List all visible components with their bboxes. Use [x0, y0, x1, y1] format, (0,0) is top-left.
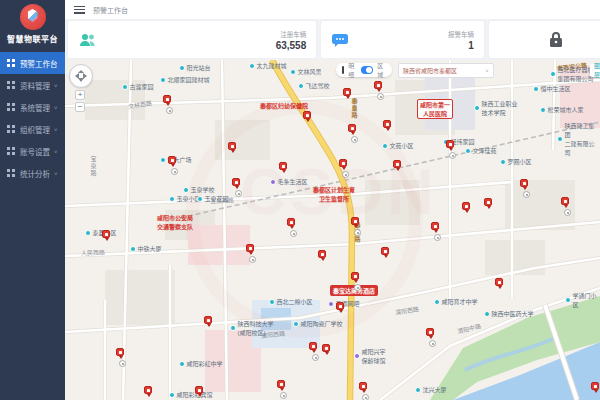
vehicle-icon [561, 197, 569, 205]
location-pin-icon[interactable] [434, 234, 441, 241]
vehicle-marker-19[interactable] [318, 250, 327, 259]
vehicle-marker-33[interactable] [144, 386, 153, 395]
zoom-in-button[interactable]: + [75, 90, 85, 100]
vehicle-marker-9[interactable] [279, 162, 288, 171]
settings-icon [7, 147, 15, 155]
vehicle-icon [246, 244, 254, 252]
pan-compass[interactable] [69, 64, 93, 88]
vehicle-marker-34[interactable] [351, 272, 360, 281]
poi-icon [169, 196, 175, 202]
poi-icon [179, 361, 185, 367]
vehicle-marker-22[interactable] [431, 222, 440, 231]
vehicle-marker-11[interactable] [393, 160, 402, 169]
poi-icon [465, 148, 471, 154]
location-pin-icon[interactable] [354, 284, 361, 291]
vehicle-marker-31[interactable] [591, 382, 600, 391]
location-pin-icon[interactable] [564, 209, 571, 216]
vehicle-marker-30[interactable] [426, 328, 435, 337]
vehicle-marker-23[interactable] [204, 316, 213, 325]
vehicle-marker-21[interactable] [381, 247, 390, 256]
vehicle-marker-14[interactable] [351, 217, 360, 226]
sidebar-item-4[interactable]: 账号设置∨ [0, 140, 65, 162]
poi-icon [179, 65, 185, 71]
vehicle-marker-12[interactable] [232, 178, 241, 187]
location-pin-icon[interactable] [166, 107, 173, 114]
stat-value: 63,558 [276, 40, 307, 51]
vehicle-marker-15[interactable] [462, 202, 471, 211]
sidebar-item-label: 账号设置 [20, 146, 50, 157]
location-pin-icon[interactable] [290, 230, 297, 237]
location-pin-icon[interactable] [312, 354, 319, 361]
vehicle-marker-7[interactable] [228, 142, 237, 151]
vehicle-marker-16[interactable] [520, 179, 529, 188]
location-pin-icon[interactable] [429, 340, 436, 347]
poi-icon [415, 387, 421, 393]
poi-label: 阳光站台 [179, 63, 211, 72]
sidebar-item-3[interactable]: 组织管理∨ [0, 118, 65, 140]
vehicle-marker-2[interactable] [374, 81, 383, 90]
mode-toggle[interactable] [361, 66, 373, 74]
vehicle-marker-18[interactable] [246, 244, 255, 253]
location-pin-icon[interactable] [449, 152, 456, 159]
sidebar-item-0[interactable]: 预警工作台 [0, 52, 65, 74]
users-icon [78, 32, 98, 48]
vehicle-marker-1[interactable] [343, 88, 352, 97]
vehicle-marker-20[interactable] [287, 218, 296, 227]
vehicle-marker-5[interactable] [383, 120, 392, 129]
map-base-layer [65, 60, 600, 400]
sidebar-item-2[interactable]: 系统管理∨ [0, 96, 65, 118]
vehicle-marker-35[interactable] [336, 302, 345, 311]
sidebar-item-label: 系统管理 [20, 102, 50, 113]
poi-icon [328, 301, 334, 307]
location-pin-icon[interactable] [280, 392, 287, 399]
sidebar-item-1[interactable]: 资料管理∨ [0, 74, 65, 96]
vehicle-marker-27[interactable] [195, 386, 204, 395]
vehicle-marker-32[interactable] [116, 348, 125, 357]
vehicle-marker-17[interactable] [484, 198, 493, 207]
vehicle-marker-3[interactable] [303, 111, 312, 120]
chevron-down-icon: ∨ [54, 149, 58, 154]
vehicle-marker-6[interactable] [446, 140, 455, 149]
location-pin-icon[interactable] [523, 191, 530, 198]
vehicle-marker-10[interactable] [339, 159, 348, 168]
chevron-down-icon: ∨ [54, 83, 58, 88]
vehicle-marker-8[interactable] [168, 156, 177, 165]
location-pin-icon[interactable] [235, 190, 242, 197]
vehicle-marker-29[interactable] [495, 278, 504, 287]
chevron-down-icon: ∨ [54, 127, 58, 132]
vehicle-icon [303, 111, 311, 119]
vehicle-marker-28[interactable] [359, 382, 368, 391]
region-select[interactable]: 陕西省咸阳市秦都区 ∨ [398, 63, 494, 78]
vehicle-marker-36[interactable] [561, 197, 570, 206]
poi-icon [565, 297, 571, 303]
vehicle-marker-4[interactable] [348, 124, 357, 133]
menu-collapse-icon[interactable] [74, 6, 85, 14]
topbar: 预警工作台 [65, 0, 600, 19]
sidebar-item-label: 统计分析 [20, 168, 50, 179]
sidebar-item-5[interactable]: 统计分析∨ [0, 162, 65, 184]
vehicle-marker-24[interactable] [309, 342, 318, 351]
vehicle-marker-13[interactable] [102, 230, 111, 239]
map-controls: 明细 区域 陕西省咸阳市秦都区 ∨ 图层 [336, 63, 600, 77]
map-canvas[interactable]: CSDN 文林西路老西宝公路秦皇路秦皇路宝泉路玉泉西路人民西路渭阳西路渭阳西路渭… [65, 60, 600, 400]
location-pin-icon[interactable] [362, 394, 369, 400]
location-pin-icon[interactable] [354, 229, 361, 236]
location-pin-icon[interactable] [171, 168, 178, 175]
system-icon [7, 103, 15, 111]
location-pin-icon[interactable] [351, 136, 358, 143]
vehicle-icon [426, 328, 434, 336]
location-pin-icon[interactable] [119, 360, 126, 367]
poi-icon [85, 230, 91, 236]
vehicle-icon [383, 120, 391, 128]
vehicle-marker-26[interactable] [277, 380, 286, 389]
vehicle-icon [287, 218, 295, 226]
location-pin-icon[interactable] [342, 171, 349, 178]
vehicle-marker-0[interactable] [163, 95, 172, 104]
location-pin-icon[interactable] [249, 256, 256, 263]
location-pin-icon[interactable] [377, 93, 384, 100]
vehicle-icon [462, 202, 470, 210]
vehicle-marker-25[interactable] [322, 344, 331, 353]
layer-button[interactable]: 图层 [590, 64, 600, 77]
poi-label: 玉泉小区 [169, 194, 201, 203]
zoom-out-button[interactable]: − [75, 102, 85, 112]
